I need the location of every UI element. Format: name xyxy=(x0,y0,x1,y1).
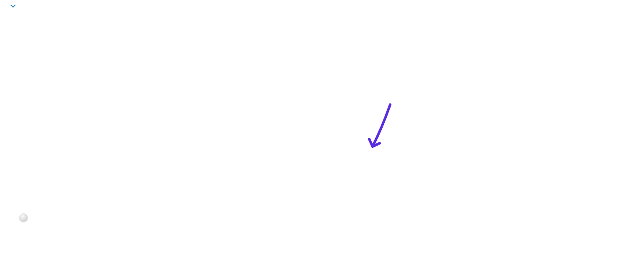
chart-header xyxy=(5,3,639,16)
chart-svg xyxy=(5,17,639,225)
chart-title-dropdown[interactable] xyxy=(5,3,16,9)
legend xyxy=(5,225,639,228)
chevron-down-icon xyxy=(10,3,16,9)
annotation-arrow-icon xyxy=(366,101,399,156)
time-range-handle[interactable] xyxy=(19,213,28,222)
chart-area[interactable] xyxy=(5,17,639,225)
summary-metric xyxy=(638,3,639,16)
